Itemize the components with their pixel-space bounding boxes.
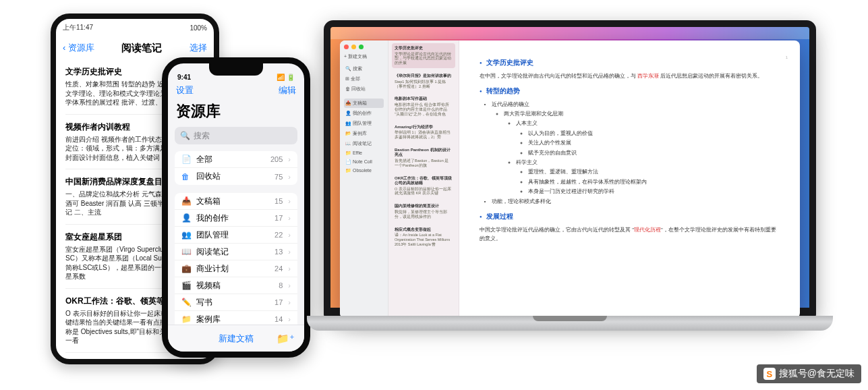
- watermark: S 搜狐号@食无定味: [757, 364, 861, 383]
- iphone-topbar: 设置 编辑: [168, 82, 304, 99]
- note-card[interactable]: Bastion Pantheon 机制的设计亮点首先描述了Bastion，Bas…: [392, 145, 455, 171]
- sidebar-item[interactable]: ⊞ 全部: [344, 74, 384, 84]
- nav-title: 阅读笔记: [121, 42, 162, 55]
- chevron-right-icon: ›: [288, 298, 291, 306]
- chevron-right-icon: ›: [288, 155, 291, 163]
- doc-h1: 文学历史批评史: [480, 58, 780, 67]
- status-time: 上午11:47: [63, 23, 93, 32]
- note-card[interactable]: OKR工作法：谷歌、领英等顶级公司的高效秘籍O 表示目标好的目标让你一起床就充满…: [392, 173, 455, 199]
- iphone-toolbar: 新建文稿 📁⁺: [168, 325, 304, 352]
- library-row-trash[interactable]: 🗑回收站75›: [175, 168, 297, 185]
- notch: [209, 63, 263, 76]
- back-button[interactable]: ‹ 资源库: [63, 42, 94, 54]
- sidebar-item[interactable]: 🗑 回收站: [344, 84, 384, 94]
- book-icon: 📖: [181, 247, 191, 256]
- library-row[interactable]: 🎬视频稿8›: [175, 277, 297, 294]
- briefcase-icon: 💼: [181, 264, 191, 273]
- pencil-icon: ✏️: [181, 298, 191, 307]
- mac-menubar: [330, 27, 809, 39]
- sidebar-item[interactable]: 📖 阅读笔记: [344, 139, 384, 148]
- macbook-hinge: [307, 316, 833, 331]
- macbook: + 新建文稿 🔍 搜索 ⊞ 全部 🗑 回收站 📥 文稿箱 👤 我的创作 👥 团队…: [324, 20, 816, 331]
- video-icon: 🎬: [181, 281, 191, 290]
- library-row[interactable]: 📖阅读笔记13›: [175, 244, 297, 260]
- sidebar-item[interactable]: 📁 Obsolete: [344, 167, 384, 175]
- status-time: 9:41: [177, 74, 191, 81]
- android-navbar: ‹ 资源库 阅读笔记 选择: [56, 36, 214, 59]
- chevron-right-icon: ›: [288, 248, 291, 256]
- library-row[interactable]: 👤我的创作17›: [175, 210, 297, 227]
- page-number: 1: [786, 55, 788, 59]
- sidebar-item[interactable]: 📂 案例库: [344, 129, 384, 138]
- note-card[interactable]: Amazing!行为经济学举例说明 1）酒会谈谈直接相当多鉴得将就将就说，2）旁: [392, 122, 455, 142]
- note-card[interactable]: 《华尔街日报》是如何讲故事的Step1 如何找到好故事 1.提炼（事件报道）2.…: [392, 71, 455, 91]
- status-icons: 📶 🔋: [277, 74, 295, 81]
- doc-outline: 近代品格的确立 两大哲学思潮和文化思潮 人本主义 以人为目的，重视人的价值 关注…: [480, 100, 780, 206]
- new-doc-button[interactable]: 新建文稿: [219, 333, 254, 345]
- chevron-right-icon: ›: [288, 173, 291, 181]
- iphone: 9:41 📶 🔋 设置 编辑 资源库 🔍 搜索 📄全部205› 🗑回收站75› …: [162, 57, 310, 358]
- sohu-icon: S: [763, 368, 776, 380]
- sidebar-item[interactable]: 📄 Note Coll: [344, 158, 384, 166]
- doc-icon: 📄: [181, 155, 191, 164]
- doc-paragraph: 中国文学理论批评近代品格的确立，它由古代向近代的转型及其 "现代化历程"，在整个…: [480, 225, 780, 244]
- library-row[interactable]: 💼商业计划24›: [175, 260, 297, 277]
- note-card[interactable]: 电影剧本写作基础电影剧本是什么 组合体 即你所创作的内容主体是什么的作品 "头脑…: [392, 94, 455, 119]
- team-icon: 👥: [181, 230, 191, 240]
- inbox-icon: 📥: [181, 196, 191, 206]
- android-statusbar: 上午11:47 100%: [56, 19, 214, 36]
- person-icon: 👤: [181, 213, 191, 223]
- sidebar-item[interactable]: 📥 文稿箱: [344, 99, 384, 108]
- sidebar-item[interactable]: 🔍 搜索: [344, 64, 384, 74]
- chevron-right-icon: ›: [288, 315, 291, 323]
- new-doc-button[interactable]: + 新建文稿: [344, 53, 384, 60]
- settings-button[interactable]: 设置: [176, 84, 194, 96]
- chevron-right-icon: ›: [288, 197, 291, 205]
- mac-screen: + 新建文稿 🔍 搜索 ⊞ 全部 🗑 回收站 📥 文稿箱 👤 我的创作 👥 团队…: [324, 20, 816, 317]
- sidebar-item[interactable]: 👥 团队管理: [344, 119, 384, 128]
- chevron-right-icon: ›: [288, 231, 291, 239]
- doc-h2: 转型的趋势: [480, 86, 780, 96]
- note-list-column: 文学历史批评史文学理论是评论古代向近代的转型，与学校通近代思想启蒙运动的开展 《…: [388, 40, 459, 317]
- folder-icon: 📁: [181, 314, 191, 324]
- library-row[interactable]: ✏️写书17›: [175, 294, 297, 311]
- chevron-right-icon: ›: [288, 214, 291, 222]
- note-card[interactable]: 文学历史批评史文学理论是评论古代向近代的转型，与学校通近代思想启蒙运动的开展: [392, 43, 455, 68]
- sidebar-item[interactable]: 📁 Effie: [344, 149, 384, 157]
- doc-paragraph: 在中国，文学理论批评由古代向近代的转型和近代品格的确立，与 西学东渐 后近代思想…: [480, 72, 780, 81]
- search-icon: 🔍: [180, 131, 190, 140]
- library-section-1: 📄全部205› 🗑回收站75›: [175, 151, 297, 185]
- new-folder-icon[interactable]: 📁⁺: [277, 333, 295, 345]
- search-placeholder: 搜索: [194, 130, 210, 142]
- sidebar-item[interactable]: 👤 我的创作: [344, 109, 384, 118]
- edit-button[interactable]: 编辑: [279, 84, 296, 96]
- chevron-right-icon: ›: [288, 281, 291, 289]
- app-window: + 新建文稿 🔍 搜索 ⊞ 全部 🗑 回收站 📥 文稿箱 👤 我的创作 👥 团队…: [340, 40, 800, 317]
- mac-sidebar: + 新建文稿 🔍 搜索 ⊞ 全部 🗑 回收站 📥 文稿箱 👤 我的创作 👥 团队…: [340, 40, 388, 317]
- note-card[interactable]: 相应式概念变形做起译：An Inside Look at a Flat Orga…: [392, 225, 455, 250]
- search-input[interactable]: 🔍 搜索: [175, 127, 297, 144]
- traffic-lights[interactable]: [344, 45, 384, 49]
- library-section-2: 📥文稿箱15› 👤我的创作17› 👥团队管理22› 📖阅读笔记13› 💼商业计划…: [175, 193, 297, 345]
- doc-h3: 发展过程: [480, 212, 780, 221]
- chevron-right-icon: ›: [288, 264, 291, 273]
- select-button[interactable]: 选择: [190, 42, 207, 54]
- library-row[interactable]: 👥团队管理22›: [175, 227, 297, 244]
- document-editor[interactable]: 1 文学历史批评史 在中国，文学理论批评由古代向近代的转型和近代品格的确立，与 …: [459, 40, 800, 317]
- trash-icon: 🗑: [181, 172, 191, 182]
- library-row-all[interactable]: 📄全部205›: [175, 151, 297, 168]
- status-battery: 100%: [190, 24, 207, 32]
- library-row[interactable]: 📥文稿箱15›: [175, 193, 297, 210]
- note-card[interactable]: 国内某维修馆的简直设计我觉得，某修理馆主个导当部分，该是用线操作的: [392, 201, 455, 221]
- page-title: 资源库: [168, 99, 304, 127]
